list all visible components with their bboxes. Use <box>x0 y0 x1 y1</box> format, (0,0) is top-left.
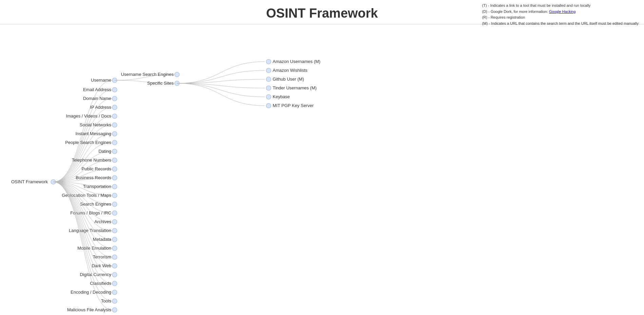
tree-node[interactable]: MIT PGP Key Server <box>266 103 314 108</box>
tree-node[interactable]: Telephone Numbers <box>72 158 117 163</box>
node-label: Telephone Numbers <box>72 158 112 163</box>
tree-node[interactable]: Encoding / Decoding <box>71 290 117 295</box>
node-circle <box>112 228 117 233</box>
node-circle <box>112 105 117 110</box>
node-circle <box>112 299 117 303</box>
tree-node[interactable]: Metadata <box>93 237 117 242</box>
node-label: Social Networks <box>80 122 112 127</box>
tree-node[interactable]: Social Networks <box>80 122 117 127</box>
tree-curve <box>177 83 265 106</box>
node-circle <box>266 103 271 108</box>
node-label: Github User (M) <box>273 77 304 82</box>
tree-node[interactable]: Classifieds <box>90 281 117 286</box>
node-label: Terrorism <box>93 254 111 259</box>
google-hacking-link[interactable]: Google Hacking <box>549 9 575 14</box>
node-label: Business Records <box>76 175 111 180</box>
tree-node[interactable]: Email Address <box>83 87 117 92</box>
node-circle <box>112 175 117 180</box>
node-label: Malicious File Analysis <box>67 307 112 312</box>
node-label: Transportation <box>83 184 111 189</box>
node-circle <box>112 87 117 92</box>
legend-line2-prefix: (D) - Google Dork, for more information: <box>482 9 549 14</box>
page-header: OSINT Framework (T) - Indicates a link t… <box>0 0 644 24</box>
tree-node[interactable]: Dating <box>98 149 117 154</box>
node-circle <box>112 264 117 268</box>
node-label: Domain Name <box>83 96 111 101</box>
tree-node[interactable]: Language Translation <box>69 228 117 233</box>
node-circle <box>112 193 117 198</box>
tree-curve <box>177 83 265 97</box>
legend-line3: (R) - Requires registration <box>482 15 525 19</box>
tree-node[interactable]: Github User (M) <box>266 77 304 82</box>
node-label: Instant Messaging <box>75 131 111 136</box>
node-label: People Search Engines <box>65 140 111 145</box>
node-label: OSINT Framework <box>11 179 48 184</box>
node-label: Amazon Usernames (M) <box>273 59 320 64</box>
tree-curve <box>177 62 265 83</box>
tree-node[interactable]: Tools <box>101 298 117 303</box>
node-circle <box>112 281 117 286</box>
tree-node[interactable]: Instant Messaging <box>75 131 117 136</box>
tree-node[interactable]: Business Records <box>76 175 117 180</box>
node-label: IP Address <box>90 105 111 110</box>
tree-node[interactable]: Images / Videos / Docs <box>66 113 117 119</box>
node-circle <box>175 72 179 77</box>
node-label: Images / Videos / Docs <box>66 113 112 119</box>
node-circle <box>112 202 117 207</box>
node-label: Dating <box>98 149 111 154</box>
tree-node[interactable]: OSINT Framework <box>11 179 56 184</box>
node-circle <box>266 77 271 82</box>
tree-node[interactable]: Tinder Usernames (M) <box>266 85 317 90</box>
tree-node[interactable]: Username <box>91 78 117 83</box>
node-circle <box>112 308 117 312</box>
tree-node[interactable]: Specific Sites <box>147 81 179 86</box>
node-label: Username Search Engines <box>121 72 174 77</box>
tree-node[interactable]: Username Search Engines <box>121 72 179 77</box>
node-circle <box>112 149 117 154</box>
node-circle <box>112 123 117 127</box>
node-circle <box>266 94 271 99</box>
tree-container: OSINT FrameworkUsernameEmail AddressDoma… <box>0 24 644 315</box>
node-label: Encoding / Decoding <box>71 290 111 295</box>
tree-node[interactable]: Amazon Usernames (M) <box>266 59 320 64</box>
tree-node[interactable]: IP Address <box>90 105 117 110</box>
node-circle <box>112 211 117 215</box>
osint-tree-svg: OSINT FrameworkUsernameEmail AddressDoma… <box>0 24 644 315</box>
node-circle <box>112 237 117 242</box>
node-circle <box>112 114 117 119</box>
node-label: Amazon Wishlists <box>273 68 308 73</box>
node-circle <box>112 246 117 251</box>
node-label: MIT PGP Key Server <box>273 103 314 108</box>
tree-node[interactable]: Malicious File Analysis <box>67 307 117 312</box>
node-circle <box>266 68 271 73</box>
node-circle <box>112 140 117 145</box>
node-label: Email Address <box>83 87 112 92</box>
node-circle <box>112 255 117 259</box>
node-circle <box>112 219 117 224</box>
tree-node[interactable]: Amazon Wishlists <box>266 68 308 73</box>
node-label: Username <box>91 78 111 83</box>
tree-node[interactable]: Dark Web <box>92 263 117 268</box>
legend: (T) - Indicates a link to a tool that mu… <box>482 3 639 26</box>
node-circle <box>266 59 271 64</box>
node-label: Public Records <box>82 166 112 171</box>
node-circle <box>112 131 117 136</box>
tree-node[interactable]: Keybase <box>266 94 290 99</box>
legend-line1: (T) - Indicates a link to a tool that mu… <box>482 3 591 7</box>
tree-node[interactable]: Archives <box>94 219 117 224</box>
node-label: Archives <box>94 219 111 224</box>
node-circle <box>112 290 117 295</box>
tree-node[interactable]: People Search Engines <box>65 140 117 145</box>
tree-node[interactable]: Domain Name <box>83 96 117 101</box>
node-label: Tools <box>101 298 112 303</box>
node-circle <box>112 167 117 171</box>
node-label: Mobile Emulation <box>77 246 111 251</box>
node-circle <box>112 272 117 277</box>
tree-node[interactable]: Public Records <box>82 166 117 171</box>
node-circle <box>112 96 117 101</box>
node-circle <box>266 86 271 90</box>
node-circle <box>112 158 117 163</box>
tree-node[interactable]: Terrorism <box>93 254 117 259</box>
node-label: Digital Currency <box>80 272 112 277</box>
node-circle <box>112 184 117 189</box>
